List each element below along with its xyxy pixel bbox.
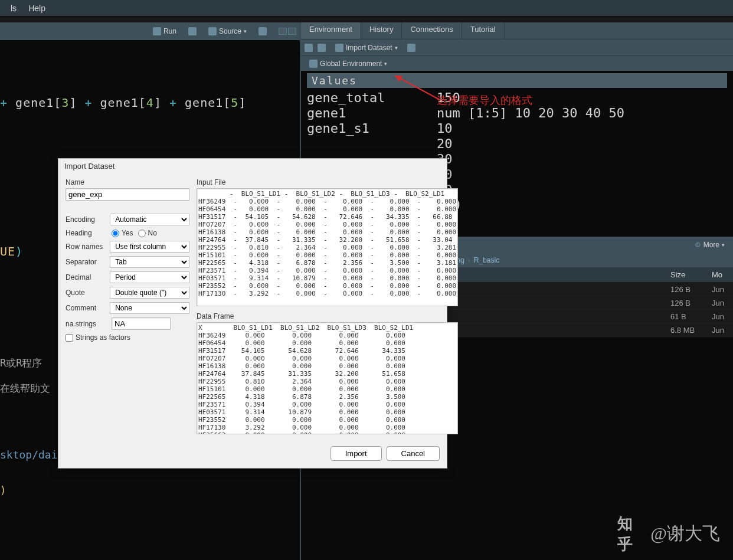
editor-toolbar: Run Source <box>0 22 300 40</box>
more-button[interactable]: More <box>690 240 729 250</box>
quote-select[interactable]: Double quote (") <box>110 287 189 299</box>
tab-environment[interactable]: Environment <box>301 22 361 39</box>
source-label: Source <box>219 27 241 35</box>
import-button[interactable]: Import <box>330 446 382 461</box>
env-tabs: Environment History Connections Tutorial <box>301 22 733 39</box>
run-button[interactable]: Run <box>148 26 181 37</box>
encoding-label: Encoding <box>66 215 105 224</box>
import-dataset-dialog: Import Dataset Name EncodingAutomatic He… <box>58 158 447 469</box>
source-button[interactable]: Source <box>204 26 251 37</box>
run-icon <box>153 27 161 35</box>
cancel-button[interactable]: Cancel <box>387 446 440 461</box>
rownames-label: Row names <box>66 243 105 251</box>
import-icon <box>335 44 343 52</box>
col-size[interactable]: Size <box>670 270 712 279</box>
watermark: 知乎 @谢大飞 <box>617 522 720 546</box>
env-scope-bar: Global Environment <box>301 55 733 71</box>
run-label: Run <box>163 27 176 35</box>
dataframe-preview[interactable]: X BLO_S1_LD1 BLO_S1_LD2 BLO_S1_LD3 BLO_S… <box>197 322 458 434</box>
save-icon[interactable] <box>318 44 326 52</box>
scope-selector[interactable]: Global Environment <box>305 58 392 69</box>
maximize-icon[interactable] <box>288 28 296 35</box>
import-label: Import Dataset <box>346 44 392 52</box>
menubar: ls Help <box>0 0 733 17</box>
tab-tutorial[interactable]: Tutorial <box>462 22 505 39</box>
import-dataset-button[interactable]: Import Dataset <box>330 42 403 53</box>
comment-label: Comment <box>66 304 105 312</box>
nastrings-input[interactable] <box>112 317 171 330</box>
env-row[interactable]: gene1_s110 <box>307 121 727 136</box>
load-icon[interactable] <box>305 44 313 52</box>
comment-select[interactable]: None <box>110 302 189 314</box>
heading-yes[interactable]: Yes <box>112 229 133 237</box>
env-row[interactable]: 20 <box>307 136 727 151</box>
env-toolbar: Import Dataset <box>301 39 733 55</box>
encoding-select[interactable]: Automatic <box>110 214 189 225</box>
inputfile-preview[interactable]: - BLO_S1_LD1 - BLO_S1_LD2 - BLO_S1_LD3 -… <box>197 188 458 306</box>
console-tail: ) <box>0 484 300 496</box>
divider <box>0 17 733 22</box>
inputfile-label: Input File <box>197 178 458 186</box>
zhihu-logo-icon: 知乎 <box>617 522 641 546</box>
outline-button[interactable] <box>254 26 271 37</box>
quote-label: Quote <box>66 289 105 297</box>
heading-no[interactable]: No <box>138 229 157 237</box>
menu-help[interactable]: Help <box>22 1 51 15</box>
watermark-text: @谢大飞 <box>650 522 720 546</box>
col-modified[interactable]: Mo <box>712 270 729 279</box>
scope-label: Global Environment <box>320 60 382 68</box>
code-line: + gene1[3] + gene1[4] + gene1[5] <box>0 96 300 110</box>
rownames-select[interactable]: Use first column <box>110 241 189 253</box>
nastrings-label: na.strings <box>66 320 107 328</box>
tab-history[interactable]: History <box>361 22 402 39</box>
minimize-icon[interactable] <box>279 28 287 35</box>
separator-label: Separator <box>66 258 105 266</box>
source-icon <box>208 27 217 35</box>
globe-icon <box>309 60 318 68</box>
rerun-icon <box>188 27 197 35</box>
name-label: Name <box>66 178 189 186</box>
env-row[interactable]: gene_total150 <box>307 90 727 105</box>
decimal-label: Decimal <box>66 273 105 281</box>
bc-item[interactable]: R_basic <box>474 256 499 264</box>
strings-factors-checkbox[interactable]: Strings as factors <box>66 333 189 342</box>
rerun-button[interactable] <box>184 26 201 37</box>
env-header-values: Values <box>307 73 727 88</box>
menu-tools[interactable]: ls <box>5 1 22 15</box>
decimal-select[interactable]: Period <box>110 271 189 283</box>
gear-icon <box>695 241 701 249</box>
dialog-title: Import Dataset <box>58 159 447 173</box>
outline-icon <box>258 27 267 35</box>
separator-select[interactable]: Tab <box>110 256 189 268</box>
sweep-icon[interactable] <box>407 44 415 52</box>
heading-label: Heading <box>66 229 107 237</box>
name-input[interactable] <box>66 188 189 201</box>
env-row[interactable]: gene1num [1:5] 10 20 30 40 50 <box>307 106 727 120</box>
dataframe-label: Data Frame <box>197 312 458 320</box>
more-label: More <box>703 241 719 249</box>
tab-connections[interactable]: Connections <box>402 22 462 39</box>
pane-controls <box>279 28 296 35</box>
